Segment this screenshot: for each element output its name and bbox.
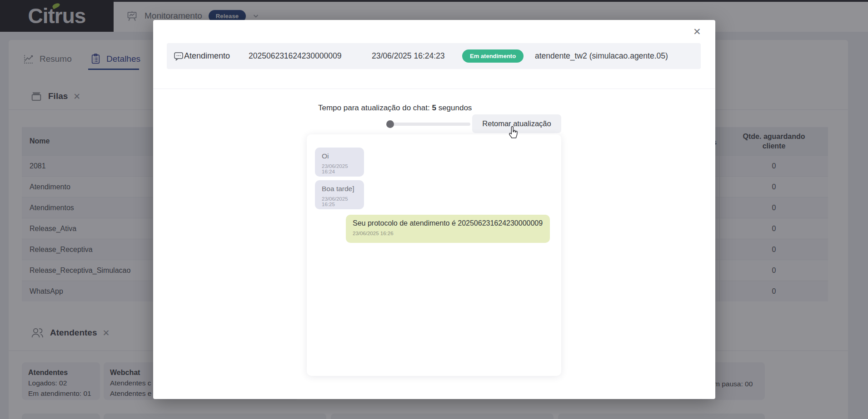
slider-handle[interactable]	[386, 120, 394, 128]
refresh-seconds-value: 5	[432, 104, 436, 112]
refresh-interval-label: Tempo para atualização do chat: 5 segund…	[318, 104, 472, 113]
attendance-datetime: 23/06/2025 16:24:23	[372, 43, 445, 69]
agent-name: atendente_tw2 (simulacao.agente.05)	[535, 43, 668, 69]
cursor-pointer-icon	[506, 125, 520, 141]
message-timestamp: 23/06/2025 16:26	[353, 231, 543, 236]
chat-message: Seu protocolo de atendimento é 202506231…	[346, 215, 550, 243]
modal-title: Atendimento	[184, 43, 230, 69]
modal-divider	[153, 89, 715, 89]
chat-messages-panel[interactable]: Oi 23/06/2025 16:24 Boa tarde] 23/06/202…	[307, 134, 561, 376]
message-timestamp: 23/06/2025 16:25	[322, 196, 357, 207]
refresh-interval-slider[interactable]	[388, 123, 470, 126]
atendimento-modal: ✕ Atendimento 202506231624230000009 23/0…	[153, 20, 715, 399]
status-badge: Em atendimento	[462, 49, 524, 63]
message-timestamp: 23/06/2025 16:24	[322, 163, 357, 174]
chat-message: Oi 23/06/2025 16:24	[315, 148, 364, 177]
modal-header-bar: Atendimento 202506231624230000009 23/06/…	[167, 43, 701, 69]
chat-bubble-icon	[173, 43, 184, 69]
protocol-number: 202506231624230000009	[249, 43, 341, 69]
chat-message: Boa tarde] 23/06/2025 16:25	[315, 180, 364, 209]
modal-close-icon[interactable]: ✕	[691, 25, 703, 39]
status-badge-wrap: Em atendimento	[462, 43, 524, 69]
